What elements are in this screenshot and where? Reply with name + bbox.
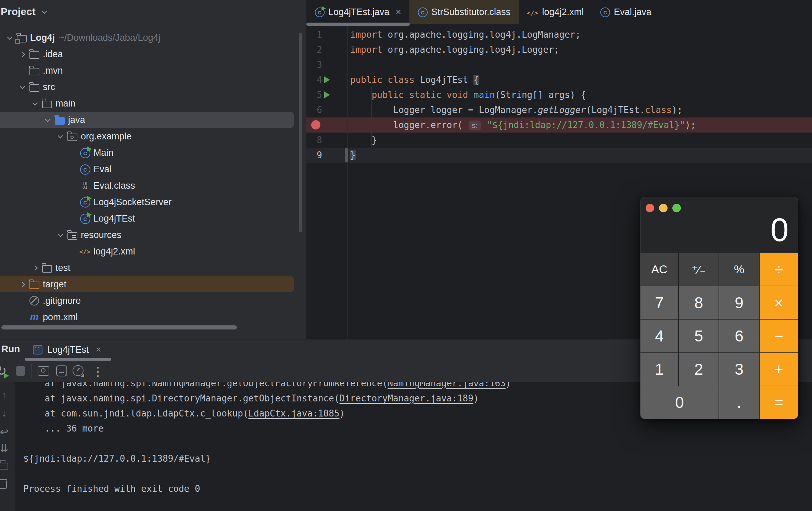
thread-dump-camera-icon[interactable] [38, 366, 49, 376]
chevron-down-icon[interactable] [29, 95, 40, 112]
calc-key-plus-minus[interactable]: ⁺⁄₋ [679, 253, 719, 286]
code-line-5[interactable]: public static void main(String[] args) { [350, 87, 586, 102]
chevron-right-icon[interactable] [29, 260, 40, 276]
tree-item-resources[interactable]: resources [0, 227, 306, 243]
code-line-4[interactable]: public class Log4jTEst { [350, 72, 479, 87]
project-tool-window-header[interactable]: Project [1, 3, 50, 20]
tree-vertical-scrollbar[interactable] [299, 33, 302, 232]
chevron-spacer [17, 62, 28, 79]
tree-item-target[interactable]: target [0, 276, 306, 292]
code-line-7[interactable]: logger.error( s: "${jndi:ldap://127.0.0.… [350, 117, 696, 133]
code-token: getLogger [538, 105, 586, 115]
editor-tab-log4jtest-java[interactable]: CLog4jTEst.java× [306, 0, 409, 24]
console-line [23, 436, 812, 451]
profiler-gauge-icon[interactable] [73, 365, 84, 376]
tree-item-idea[interactable]: .idea [0, 46, 306, 62]
tree-item-src[interactable]: src [0, 79, 306, 95]
calc-key-percent[interactable]: % [719, 253, 759, 286]
tree-item-main[interactable]: CMain [0, 145, 306, 161]
window-zoom-button[interactable] [672, 204, 681, 212]
up-stack-trace-icon[interactable]: ↑ [0, 389, 11, 401]
calc-key-divide[interactable]: ÷ [760, 253, 798, 286]
calc-key-five[interactable]: 5 [679, 320, 719, 352]
tree-item-pom-xml[interactable]: mpom.xml [0, 309, 306, 325]
calc-key-six[interactable]: 6 [719, 320, 759, 352]
tree-item-label: java [68, 115, 85, 125]
calc-key-eight[interactable]: 8 [679, 286, 719, 319]
editor-tab-strsubstitutor-class[interactable]: CStrSubstitutor.class [409, 0, 519, 24]
tree-item-label: log4j2.xml [93, 246, 135, 257]
code-token: class [645, 105, 672, 115]
down-stack-trace-icon[interactable]: ↓ [0, 407, 11, 419]
calc-key-four[interactable]: 4 [640, 320, 678, 352]
calc-key-decimal[interactable]: . [719, 386, 759, 419]
calc-key-ac[interactable]: AC [640, 253, 678, 286]
calc-key-add[interactable]: + [760, 353, 798, 386]
tree-item-gitignore[interactable]: .gitignore [0, 292, 306, 309]
more-options-icon[interactable]: ⋮ [92, 362, 104, 381]
print-icon[interactable] [0, 463, 8, 470]
close-icon[interactable]: × [96, 344, 101, 355]
code-line-1[interactable]: import org.apache.logging.log4j.LogManag… [350, 27, 581, 42]
calc-key-seven[interactable]: 7 [640, 286, 678, 319]
stop-icon[interactable] [16, 366, 25, 376]
calc-key-three[interactable]: 3 [719, 353, 759, 386]
chevron-down-icon[interactable] [42, 112, 53, 128]
close-icon[interactable]: × [396, 7, 401, 17]
editor-tab-eval-java[interactable]: CEval.java [592, 0, 660, 24]
stack-trace-link[interactable]: LdapCtx.java:1085 [248, 408, 339, 419]
soft-wrap-icon[interactable]: ↩ [0, 426, 11, 438]
tree-item-org-example[interactable]: org.example [0, 128, 306, 145]
tree-item-test[interactable]: test [0, 260, 306, 276]
rerun-icon[interactable]: ↻ [0, 363, 7, 378]
calc-key-zero[interactable]: 0 [640, 386, 719, 419]
chevron-right-icon[interactable] [17, 276, 28, 292]
code-line-8[interactable]: } [350, 133, 377, 148]
tree-item-log4jtest[interactable]: CLog4jTEst [0, 210, 306, 227]
code-token: { [473, 75, 479, 85]
exit-process-icon[interactable]: → [56, 365, 67, 376]
calc-key-nine[interactable]: 9 [719, 286, 759, 319]
chevron-down-icon[interactable] [55, 227, 66, 243]
tree-horizontal-scrollbar[interactable] [1, 325, 237, 329]
run-line-icon[interactable] [324, 76, 330, 83]
stack-trace-link[interactable]: DirectoryManager.java:189 [340, 393, 473, 403]
stack-trace-link[interactable]: NamingManager.java:163 [388, 382, 505, 388]
calc-key-one[interactable]: 1 [640, 353, 678, 386]
code-line-2[interactable]: import org.apache.logging.log4j.Logger; [350, 42, 559, 57]
tree-item-label: Eval.class [93, 180, 135, 191]
chevron-down-icon[interactable] [4, 29, 15, 46]
tree-item-log4j2-xml[interactable]: </>log4j2.xml [0, 243, 306, 260]
ignored-icon [28, 292, 41, 309]
tree-indent [0, 317, 17, 317]
tree-item-log4jsocketserver[interactable]: CLog4jSocketServer [0, 194, 306, 210]
editor-tab-log4j2-xml[interactable]: </>log4j2.xml [519, 0, 592, 24]
scroll-to-end-icon[interactable]: ⇊ [0, 442, 11, 454]
calc-key-equals[interactable]: = [760, 386, 798, 419]
code-line-9[interactable]: } [350, 148, 356, 163]
tree-item-eval[interactable]: CEval [0, 161, 306, 177]
code-token: ); [672, 105, 682, 115]
tree-item-mvn[interactable]: .mvn [0, 62, 306, 79]
class-run-icon: C [78, 194, 91, 210]
chevron-down-icon[interactable] [55, 128, 66, 145]
run-line-icon[interactable] [324, 91, 330, 98]
tree-item-java[interactable]: java [0, 112, 306, 128]
calc-key-multiply[interactable]: × [760, 286, 798, 319]
tree-item-log4j[interactable]: Log4j~/Downloads/Jaba/Log4j [0, 29, 306, 46]
tree-item-eval-class[interactable]: 1001Eval.class [0, 177, 306, 194]
window-close-button[interactable] [646, 204, 654, 212]
calc-key-subtract[interactable]: − [760, 320, 798, 352]
chevron-down-icon[interactable] [17, 79, 28, 95]
breakpoint-icon[interactable] [311, 120, 320, 129]
code-line-6[interactable]: Logger logger = LogManager.getLogger(Log… [350, 102, 683, 117]
tree-item-main[interactable]: main [0, 95, 306, 112]
class-run-icon: C [78, 145, 91, 161]
window-minimize-button[interactable] [659, 204, 668, 212]
calc-key-two[interactable]: 2 [679, 353, 719, 386]
code-token: import [350, 29, 388, 40]
chevron-right-icon[interactable] [17, 46, 28, 62]
screen: Project Log4j~/Downloads/Jaba/Log4j.idea… [0, 0, 812, 511]
clear-console-icon[interactable] [0, 481, 7, 489]
run-tab-log4jtest[interactable]: Log4jTEst × [33, 342, 101, 357]
